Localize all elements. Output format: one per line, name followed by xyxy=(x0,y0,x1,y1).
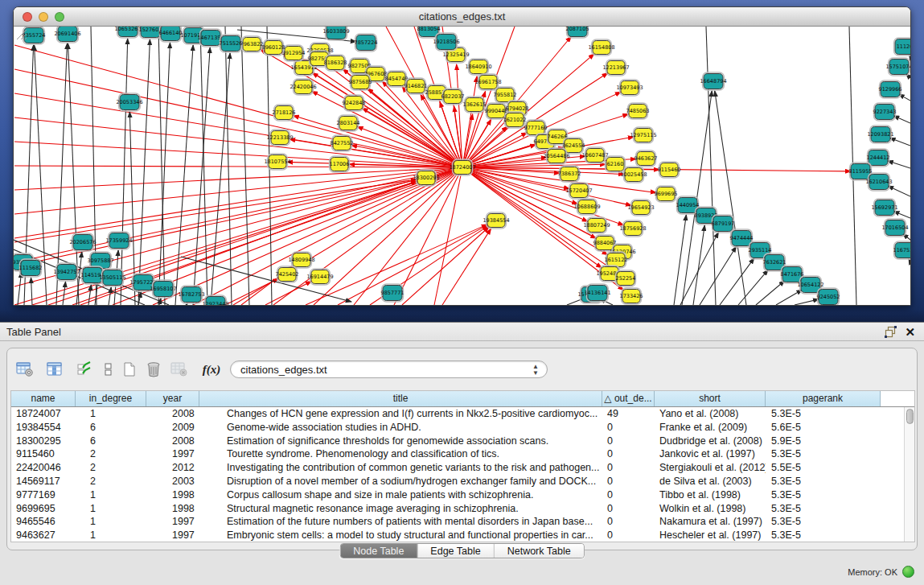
graph-edge[interactable] xyxy=(14,167,462,190)
graph-node[interactable]: 16210643 xyxy=(865,173,892,191)
graph-node[interactable]: 12213389 xyxy=(266,130,293,146)
graph-node[interactable]: 12923448 xyxy=(202,295,228,305)
tab-edge-table[interactable]: Edge Table xyxy=(417,544,494,558)
table-row[interactable]: 1830029562008Estimation of significance … xyxy=(11,435,914,448)
table-row[interactable]: 911546021997Tourette syndrome. Phenomeno… xyxy=(11,447,914,461)
graph-node[interactable]: 19654923 xyxy=(627,200,654,216)
column-header-in_degree[interactable]: in_degree xyxy=(76,391,146,406)
graph-node[interactable]: 15720407 xyxy=(565,183,592,199)
window-zoom-button[interactable] xyxy=(55,12,64,22)
graph-node[interactable]: 1621022 xyxy=(503,112,527,128)
column-header-short[interactable]: short xyxy=(655,391,766,406)
tab-network-table[interactable]: Network Table xyxy=(495,544,584,558)
graph-node[interactable]: 9699695 xyxy=(655,186,678,202)
graph-node[interactable]: 18807249 xyxy=(583,217,610,233)
graph-node[interactable]: 13505115 xyxy=(99,269,125,286)
table-row[interactable]: 977716911998Corpus callosum shape and si… xyxy=(11,488,914,502)
graph-node[interactable]: 16958107 xyxy=(150,280,176,298)
scrollbar-thumb[interactable] xyxy=(906,409,914,424)
graph-node[interactable]: 16648794 xyxy=(700,72,726,90)
graph-edge[interactable] xyxy=(888,186,910,196)
graph-node[interactable]: 1362615 xyxy=(463,97,487,113)
graph-edge[interactable] xyxy=(693,225,704,305)
graph-node[interactable]: 15692971 xyxy=(871,199,897,216)
window-close-button[interactable] xyxy=(23,12,32,22)
network-graph[interactable]: 1872400718300295117006181075541221338984… xyxy=(14,27,910,305)
graph-node[interactable]: 9129966 xyxy=(879,80,902,98)
window-minimize-button[interactable] xyxy=(39,12,48,22)
graph-node[interactable]: 20206576 xyxy=(69,233,96,251)
graph-edge[interactable] xyxy=(241,27,249,305)
graph-node[interactable]: 9857771 xyxy=(381,284,405,302)
graph-edge[interactable] xyxy=(700,246,737,305)
graph-node[interactable]: 7386372 xyxy=(558,166,581,182)
table-row[interactable]: 1938455462009Genome-wide association stu… xyxy=(11,421,914,435)
graph-node[interactable]: 10653267 xyxy=(114,27,141,38)
graph-node[interactable]: 1733426 xyxy=(620,288,643,304)
column-header-year[interactable]: year xyxy=(146,391,199,406)
graph-node[interactable]: 2718126 xyxy=(273,105,296,121)
vertical-scrollbar[interactable] xyxy=(904,407,914,542)
graph-edge[interactable] xyxy=(225,27,232,305)
graph-node[interactable]: 2087105 xyxy=(566,27,589,38)
graph-node[interactable]: 18300295 xyxy=(413,170,439,186)
graph-edge[interactable] xyxy=(175,45,193,305)
delete-table-icon[interactable] xyxy=(170,359,189,380)
graph-node[interactable]: 1115682 xyxy=(19,259,43,277)
table-row[interactable]: 946362711997Embryonic stem cells: a mode… xyxy=(11,529,914,542)
float-panel-icon[interactable] xyxy=(885,326,897,338)
graph-edge[interactable] xyxy=(18,272,22,305)
graph-node[interactable]: 18756928 xyxy=(619,220,646,237)
graph-node[interactable]: 9463627 xyxy=(634,150,658,167)
graph-node[interactable]: 7425402 xyxy=(276,266,299,282)
graph-edge[interactable] xyxy=(756,281,785,305)
function-builder-icon[interactable]: f(x) xyxy=(200,363,223,377)
graph-node[interactable]: 62160 xyxy=(606,156,626,172)
graph-edge[interactable] xyxy=(225,278,278,305)
graph-node[interactable]: 10025458 xyxy=(620,167,647,183)
network-canvas[interactable]: 1872400718300295117006181075541221338984… xyxy=(14,27,910,305)
graph-node[interactable]: 18107554 xyxy=(264,154,290,170)
graph-node[interactable]: 7515526 xyxy=(220,35,243,52)
table-options-icon[interactable] xyxy=(15,359,35,380)
graph-edge[interactable] xyxy=(889,138,910,146)
graph-edge[interactable] xyxy=(48,181,417,305)
graph-node[interactable]: 8960128 xyxy=(262,39,285,56)
column-header-pagerank[interactable]: pagerank xyxy=(766,391,881,406)
graph-node[interactable]: 22420046 xyxy=(290,79,316,95)
graph-node[interactable]: 10973493 xyxy=(616,80,643,96)
graph-node[interactable]: 16914479 xyxy=(306,269,333,285)
graph-node[interactable]: 7963822 xyxy=(240,36,264,52)
memory-status[interactable]: Memory: OK xyxy=(848,566,914,578)
graph-edge[interactable] xyxy=(738,270,768,305)
graph-edge[interactable] xyxy=(402,227,489,305)
graph-node[interactable]: 9875685 xyxy=(349,74,372,90)
column-header-out_de[interactable]: △ out_de... xyxy=(602,391,655,406)
table-row[interactable]: 969969511998Structural magnetic resonanc… xyxy=(11,502,914,516)
graph-node[interactable]: 9227343 xyxy=(873,103,897,121)
graph-edge[interactable] xyxy=(893,116,910,123)
row-height-icon[interactable] xyxy=(99,359,118,380)
network-window-titlebar[interactable]: citations_edges.txt xyxy=(14,7,910,27)
graph-node[interactable]: 19384554 xyxy=(483,212,509,229)
graph-node[interactable]: 18724007 xyxy=(449,159,475,175)
graph-node[interactable]: 6822037 xyxy=(441,89,465,105)
graph-edge[interactable] xyxy=(776,290,803,305)
graph-node[interactable]: 9146821 xyxy=(405,78,428,94)
table-row[interactable]: 1872400712008Changes of HCN gene express… xyxy=(11,407,914,421)
graph-edge[interactable] xyxy=(893,212,910,218)
graph-node[interactable]: 17359924 xyxy=(105,232,132,249)
graph-node[interactable]: 14809948 xyxy=(288,252,314,268)
graph-edge[interactable] xyxy=(795,299,819,305)
graph-node[interactable]: 20053346 xyxy=(116,93,142,111)
graph-edge[interactable] xyxy=(680,233,718,305)
graph-edge[interactable] xyxy=(338,225,487,305)
column-header-name[interactable]: name xyxy=(11,391,76,406)
graph-edge[interactable] xyxy=(121,39,128,305)
graph-node[interactable]: 18640910 xyxy=(465,59,491,75)
graph-node[interactable]: 7857224 xyxy=(355,34,378,51)
graph-edge[interactable] xyxy=(674,215,686,305)
table-row[interactable]: 2242004622012Investigating the contribut… xyxy=(11,461,914,475)
column-visibility-icon[interactable] xyxy=(45,359,64,380)
graph-node[interactable]: 20564486 xyxy=(543,148,569,164)
